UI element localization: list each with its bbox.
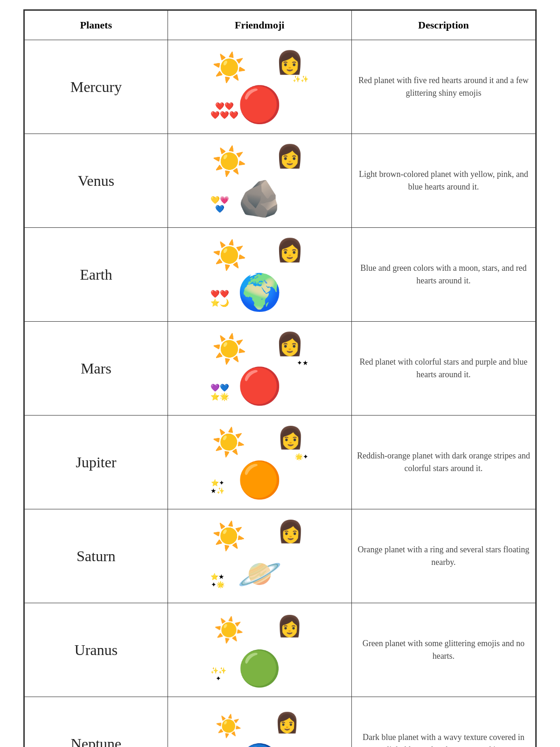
description-cell: Orange planet with a ring and several st… — [351, 509, 535, 603]
description-text: Blue and green colors with a moon, stars… — [360, 263, 526, 285]
description-text: Green planet with some glittering emojis… — [363, 639, 525, 661]
friendmoji-image: ☀️ 👩 🪐 ⭐★✦🌟 — [173, 514, 347, 598]
friendmoji-cell: ☀️ 👩 🪨 💛💗💙 — [168, 134, 351, 228]
description-cell: Red planet with colorful stars and purpl… — [351, 322, 535, 416]
description-text: Red planet with five red hearts around i… — [358, 76, 529, 98]
description-cell: Dark blue planet with a wavy texture cov… — [351, 697, 535, 747]
planet-name-cell: Earth — [25, 228, 168, 322]
planet-name: Venus — [78, 172, 114, 189]
friendmoji-cell: ☀️ 👩 🔴 💜💙⭐🌟 ✦★ — [168, 322, 351, 416]
table-row: Mars ☀️ 👩 🔴 💜💙⭐🌟 ✦★ Red planet with colo… — [25, 322, 536, 416]
planet-name: Mercury — [70, 78, 122, 95]
table-header-row: Planets Friendmoji Description — [25, 11, 536, 40]
planet-name-cell: Uranus — [25, 603, 168, 697]
table-row: Jupiter ☀️ 👩 🟠 ⭐✦★✨ 🌟✦ Reddish-orange pl… — [25, 416, 536, 509]
description-text: Dark blue planet with a wavy texture cov… — [363, 733, 525, 747]
description-text: Light brown-colored planet with yellow, … — [359, 169, 528, 191]
table-row: Neptune ☀️ 👩 🔵 Dark blue planet with a w… — [25, 697, 536, 747]
planet-name-cell: Saturn — [25, 509, 168, 603]
planet-name-cell: Mars — [25, 322, 168, 416]
planet-name: Mars — [81, 360, 112, 377]
planet-name-cell: Jupiter — [25, 416, 168, 509]
table-row: Uranus ☀️ 👩 🟢 ✨✨✦ Green planet with some… — [25, 603, 536, 697]
friendmoji-image: ☀️ 👩 🪨 💛💗💙 — [173, 139, 347, 223]
planet-name: Uranus — [75, 641, 118, 658]
planet-name: Jupiter — [76, 454, 116, 471]
friendmoji-image: ☀️ 👩 🔴 💜💙⭐🌟 ✦★ — [173, 326, 347, 410]
planets-table: Planets Friendmoji Description Mercury ☀… — [23, 9, 537, 747]
friendmoji-image: ☀️ 👩 🔵 — [173, 702, 347, 747]
table-row: Earth ☀️ 👩 🌍 ❤️❤️⭐🌙 Blue and green color… — [25, 228, 536, 322]
friendmoji-image: ☀️ 👩 🌍 ❤️❤️⭐🌙 — [173, 233, 347, 317]
friendmoji-cell: ☀️ 👩 🔵 — [168, 697, 351, 747]
friendmoji-image: ☀️ 👩 🟠 ⭐✦★✨ 🌟✦ — [173, 420, 347, 504]
friendmoji-cell: ☀️ 👩 🌍 ❤️❤️⭐🌙 — [168, 228, 351, 322]
description-text: Orange planet with a ring and several st… — [357, 545, 529, 567]
table-row: Venus ☀️ 👩 🪨 💛💗💙 Light brown-colored pla… — [25, 134, 536, 228]
planet-name: Neptune — [71, 735, 121, 747]
planet-name: Earth — [80, 266, 112, 283]
friendmoji-image: ☀️ 👩 🟢 ✨✨✦ — [173, 608, 347, 692]
description-cell: Green planet with some glittering emojis… — [351, 603, 535, 697]
description-text: Red planet with colorful stars and purpl… — [359, 357, 527, 379]
description-cell: Red planet with five red hearts around i… — [351, 40, 535, 134]
description-cell: Blue and green colors with a moon, stars… — [351, 228, 535, 322]
table-row: Saturn ☀️ 👩 🪐 ⭐★✦🌟 Orange planet with a … — [25, 509, 536, 603]
header-friendmoji: Friendmoji — [168, 11, 351, 40]
friendmoji-cell: ☀️ 👩 🪐 ⭐★✦🌟 — [168, 509, 351, 603]
planet-name: Saturn — [77, 548, 116, 564]
friendmoji-cell: ☀️ 👩 🟢 ✨✨✦ — [168, 603, 351, 697]
friendmoji-cell: ☀️ 👩 🟠 ⭐✦★✨ 🌟✦ — [168, 416, 351, 509]
friendmoji-image: ☀️ 👩 🔴 ❤️❤️❤️❤️❤️ ✨✨ — [173, 45, 347, 129]
friendmoji-cell: ☀️ 👩 🔴 ❤️❤️❤️❤️❤️ ✨✨ — [168, 40, 351, 134]
description-cell: Light brown-colored planet with yellow, … — [351, 134, 535, 228]
header-description: Description — [351, 11, 535, 40]
header-planets: Planets — [25, 11, 168, 40]
planet-name-cell: Neptune — [25, 697, 168, 747]
planet-name-cell: Venus — [25, 134, 168, 228]
description-text: Reddish-orange planet with dark orange s… — [357, 451, 530, 473]
planet-name-cell: Mercury — [25, 40, 168, 134]
description-cell: Reddish-orange planet with dark orange s… — [351, 416, 535, 509]
table-row: Mercury ☀️ 👩 🔴 ❤️❤️❤️❤️❤️ ✨✨ Red planet … — [25, 40, 536, 134]
